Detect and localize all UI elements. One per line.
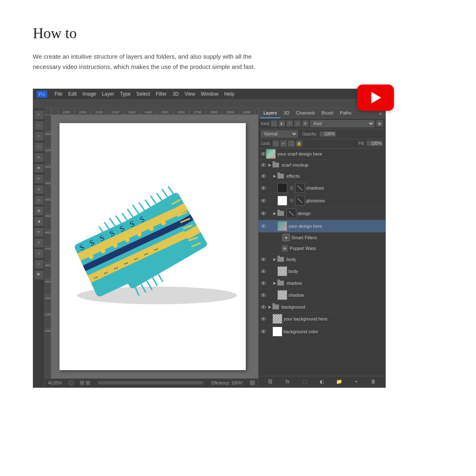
layer-row-shadows[interactable]: ⛓ shadows: [259, 182, 385, 195]
youtube-button[interactable]: [357, 85, 394, 111]
blend-mode-select[interactable]: Normal Multiply Screen Overlay: [261, 130, 298, 137]
layer-row-smart-filters[interactable]: ◈ Smart Filters: [259, 233, 385, 243]
lasso-tool[interactable]: ⌖: [34, 132, 43, 141]
path-tool[interactable]: ◇: [34, 249, 43, 258]
lock-all-icon[interactable]: 🔒: [296, 140, 302, 147]
layer-row-glossines[interactable]: ⛓ glossines: [259, 195, 385, 207]
layer-visibility-background-folder[interactable]: [260, 304, 267, 310]
layer-row-puppet-warp[interactable]: ◉ Puppet Warp: [259, 243, 385, 254]
menu-3d[interactable]: 3D: [172, 91, 178, 97]
tab-paths[interactable]: Paths: [336, 108, 355, 118]
menu-file[interactable]: File: [55, 91, 62, 97]
layer-visibility-shadows[interactable]: [260, 185, 267, 191]
lock-pixels-icon[interactable]: ⬚: [272, 140, 279, 147]
filter-adjust-icon[interactable]: ◐: [279, 120, 285, 127]
menu-select[interactable]: Select: [136, 91, 150, 97]
menu-edit[interactable]: Edit: [68, 91, 77, 97]
tab-brush[interactable]: Brush: [318, 108, 337, 118]
filter-shape-icon[interactable]: ◇: [294, 120, 301, 127]
layer-visibility-body-folder[interactable]: [260, 256, 267, 263]
tab-layers[interactable]: Layers: [260, 108, 280, 118]
layers-list[interactable]: your scarf design here ▶ scarf mockup: [259, 149, 385, 376]
layer-row-background-color[interactable]: background color: [259, 325, 385, 338]
nav-next-button[interactable]: [86, 381, 90, 385]
filter-smart-icon[interactable]: ⚙: [302, 120, 309, 127]
shape-tool[interactable]: □: [34, 260, 43, 269]
layer-visibility-body[interactable]: [260, 268, 267, 275]
menu-help[interactable]: Help: [224, 91, 234, 97]
layers-panel-menu[interactable]: »: [377, 110, 384, 117]
layer-visibility-smart-filters[interactable]: [260, 234, 267, 241]
layer-row-body[interactable]: body: [259, 265, 385, 278]
menu-filter[interactable]: Filter: [156, 91, 167, 97]
layer-visibility-glossines[interactable]: [260, 197, 267, 204]
layer-visibility-background-color[interactable]: [260, 328, 267, 335]
new-group-button[interactable]: 📁: [335, 378, 343, 386]
menu-view[interactable]: View: [185, 91, 195, 97]
puppet-warp-icon: ◉: [281, 245, 288, 252]
select-tool[interactable]: ⬚: [34, 121, 43, 130]
layer-row-your-background[interactable]: your background here: [259, 313, 385, 325]
new-adjustment-button[interactable]: ◐: [318, 378, 326, 386]
tab-channels[interactable]: Channels: [293, 108, 318, 118]
layer-visibility-shadow-folder[interactable]: [260, 280, 267, 286]
layer-row-background-folder[interactable]: ▶ background: [259, 302, 385, 313]
lock-artboard-icon[interactable]: ⛶: [288, 140, 295, 147]
layer-row-shadow[interactable]: shadow: [259, 289, 385, 302]
layer-visibility-your-design[interactable]: [260, 223, 267, 229]
layer-row-your-design[interactable]: your design here: [259, 220, 385, 233]
layer-row-scarf-design[interactable]: your scarf design here: [259, 149, 385, 160]
zoom-tool[interactable]: 🔍: [34, 270, 43, 279]
menu-image[interactable]: Image: [82, 91, 96, 97]
add-mask-button[interactable]: ⬚: [301, 378, 309, 386]
folder-arrow-scarf-mockup[interactable]: ▶: [268, 163, 272, 167]
layer-visibility-your-background[interactable]: [260, 316, 267, 322]
layer-row-shadow-folder[interactable]: ▶ shadow: [259, 278, 385, 289]
fill-input[interactable]: [366, 141, 383, 146]
eraser-tool[interactable]: ◻: [34, 196, 43, 205]
new-layer-button[interactable]: +: [352, 378, 360, 386]
layer-thumb-your-background: [272, 314, 282, 324]
filter-type-icon[interactable]: T: [286, 120, 293, 127]
healing-tool[interactable]: ✚: [34, 164, 43, 173]
delete-layer-button[interactable]: 🗑: [369, 378, 378, 386]
move-tool[interactable]: ↖: [34, 110, 43, 119]
crop-tool[interactable]: ⛶: [34, 142, 43, 151]
type-tool[interactable]: T: [34, 238, 43, 247]
layer-row-scarf-mockup[interactable]: ▶ scarf mockup: [259, 160, 385, 171]
svg-line-13: [162, 188, 168, 197]
layer-visibility-design[interactable]: [260, 210, 267, 217]
link-layers-button[interactable]: ⛓: [266, 378, 275, 386]
menu-layer[interactable]: Layer: [102, 91, 114, 97]
gradient-tool[interactable]: ▥: [34, 206, 43, 215]
layer-row-design[interactable]: ▶ design: [259, 207, 385, 220]
filter-toggle-icon[interactable]: ◉: [376, 120, 383, 127]
menu-window[interactable]: Window: [201, 91, 219, 97]
menu-type[interactable]: Type: [120, 91, 130, 97]
status-expand-button[interactable]: [250, 380, 255, 385]
layer-visibility-effects[interactable]: [260, 173, 267, 179]
tab-3d[interactable]: 3D: [280, 108, 293, 118]
folder-arrow-body[interactable]: ▶: [272, 257, 277, 261]
layer-row-body-folder[interactable]: ▶ body: [259, 254, 385, 265]
dodge-tool[interactable]: ◑: [34, 217, 43, 226]
lock-move-icon[interactable]: ✏: [280, 140, 287, 147]
canvas-scrollbar-h[interactable]: [98, 381, 203, 384]
nav-prev-button[interactable]: [80, 381, 84, 385]
eye-icon: [261, 174, 266, 178]
filter-select[interactable]: Kind Name Effect: [310, 120, 375, 127]
folder-arrow-shadow[interactable]: ▶: [272, 281, 277, 285]
folder-arrow-background[interactable]: ▶: [268, 305, 272, 309]
opacity-input[interactable]: [320, 131, 336, 137]
layer-row-effects[interactable]: ▶ effects: [259, 171, 385, 182]
pen-tool[interactable]: ✒: [34, 228, 43, 237]
eyedropper-tool[interactable]: ✒: [34, 153, 43, 162]
clone-tool[interactable]: ⎙: [34, 185, 43, 194]
add-style-button[interactable]: fx: [284, 378, 292, 386]
brush-tool[interactable]: ✏: [34, 174, 43, 183]
filter-pixel-icon[interactable]: ⬚: [271, 120, 277, 127]
layer-visibility-shadow[interactable]: [260, 292, 267, 298]
folder-arrow-effects[interactable]: ▶: [272, 174, 277, 178]
folder-arrow-design[interactable]: ▶: [272, 211, 277, 215]
layer-visibility-scarf-mockup[interactable]: [260, 162, 267, 168]
